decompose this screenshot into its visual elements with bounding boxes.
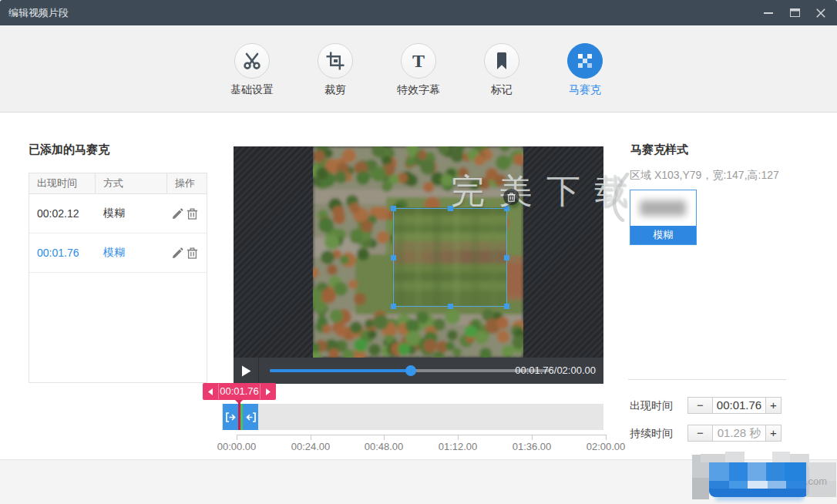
appear-time-value[interactable]: 00:01.76 [713, 398, 765, 413]
ruler-tick [311, 435, 311, 440]
tab-mark-label: 标记 [491, 83, 513, 97]
text-icon: T [408, 51, 429, 71]
ruler-tick [606, 435, 607, 440]
player-progress-track[interactable] [270, 369, 550, 372]
player-progress-fill [270, 369, 411, 372]
timeline-in-handle[interactable] [223, 404, 238, 430]
watermark-swirl [610, 173, 630, 227]
tab-mosaic-label: 马赛克 [569, 83, 601, 97]
timeline-track[interactable] [222, 404, 603, 430]
delete-icon[interactable] [187, 247, 198, 259]
selection-handle-w[interactable] [391, 255, 396, 260]
timeline-playhead[interactable] [238, 401, 240, 430]
selection-handle-nw[interactable] [391, 206, 396, 211]
ruler-label: 02:00.00 [575, 441, 637, 452]
play-button[interactable] [234, 358, 259, 384]
mosaic-table-header: 出现时间 方式 操作 [29, 173, 207, 194]
selection-handle-sw[interactable] [391, 304, 396, 309]
tool-button-circle [234, 43, 270, 79]
mosaic-selection[interactable] [393, 208, 507, 307]
duration-decrease[interactable]: − [688, 425, 713, 441]
duration-increase[interactable]: + [765, 425, 781, 441]
nudge-right-button[interactable] [261, 388, 276, 395]
row-method: 模糊 [96, 246, 167, 260]
tab-mark[interactable]: 标记 [460, 25, 543, 113]
column-header-method: 方式 [96, 173, 167, 193]
bracket-arrow-right-icon [226, 412, 236, 422]
selection-handle-n[interactable] [448, 206, 453, 211]
edit-icon[interactable] [172, 208, 183, 220]
tool-button-circle [484, 43, 519, 79]
appear-time-stepper: − 00:01.76 + [687, 397, 782, 414]
region-info: 区域 X103,Y79，宽:147,高:127 [630, 169, 779, 183]
row-method: 模糊 [96, 207, 167, 220]
tab-subtitle[interactable]: T 特效字幕 [377, 25, 460, 113]
ruler-tick [384, 435, 385, 440]
maximize-icon [790, 8, 800, 17]
duration-value[interactable]: 01.28 秒 [713, 425, 765, 441]
tab-crop[interactable]: 裁剪 [294, 25, 377, 113]
table-row[interactable]: 00:01.76 模糊 [29, 234, 207, 273]
player-time: 00:01.76/02:00.00 [515, 358, 596, 384]
ruler-tick [237, 435, 237, 440]
nudge-left-button[interactable] [203, 388, 218, 395]
trash-icon [507, 193, 516, 202]
player-bar: 00:01.76/02:00.00 [234, 358, 603, 384]
window-title: 编辑视频片段 [8, 0, 69, 25]
svg-text:T: T [412, 51, 425, 71]
appear-time-increase[interactable]: + [765, 398, 781, 413]
timeline-current-label[interactable]: 00:01.76 [203, 383, 276, 400]
player-progress-thumb[interactable] [405, 365, 416, 376]
selection-handle-s[interactable] [448, 304, 453, 309]
ruler-label: 00:24.00 [280, 441, 341, 452]
appear-time-decrease[interactable]: − [688, 398, 713, 413]
right-panel-divider [628, 379, 786, 380]
title-bar: 编辑视频片段 [0, 0, 837, 25]
mosaic-icon [578, 54, 592, 68]
duration-label: 持续时间 [630, 427, 673, 441]
mosaic-table: 出现时间 方式 操作 00:02.12 模糊 00:01.76 模糊 [29, 173, 207, 383]
tab-mosaic[interactable]: 马赛克 [543, 25, 627, 113]
ruler-tick [458, 435, 459, 440]
style-blur-sample [640, 200, 686, 216]
video-preview[interactable] [234, 146, 603, 358]
style-blur-label: 模糊 [630, 226, 696, 244]
column-header-time: 出现时间 [29, 173, 96, 193]
row-actions [167, 208, 207, 220]
row-time: 00:02.12 [29, 207, 96, 220]
timeline-ruler [237, 435, 606, 435]
selection-handle-se[interactable] [504, 304, 509, 309]
close-button[interactable] [808, 0, 834, 25]
tab-basic-settings-label: 基础设置 [230, 83, 274, 97]
tab-crop-label: 裁剪 [324, 83, 346, 97]
delete-icon[interactable] [187, 208, 198, 220]
timeline-out-handle[interactable] [243, 404, 258, 430]
ruler-label: 01:12.00 [427, 441, 489, 452]
row-time: 00:01.76 [29, 247, 96, 259]
bookmark-icon [492, 51, 512, 71]
column-header-ops: 操作 [167, 173, 207, 193]
edit-icon[interactable] [172, 247, 183, 259]
selection-delete-button[interactable] [503, 189, 519, 205]
arrow-left-icon [208, 388, 213, 395]
selection-handle-ne[interactable] [504, 206, 509, 211]
mosaic-style-card[interactable]: 模糊 [630, 190, 697, 245]
mosaic-style-title: 马赛克样式 [630, 143, 688, 157]
tab-basic-settings[interactable]: 基础设置 [210, 25, 294, 113]
bracket-arrow-left-icon [246, 412, 256, 422]
maximize-button[interactable] [782, 0, 808, 25]
toolbar-items: 基础设置 裁剪 T 特效字幕 [210, 25, 627, 113]
play-icon [241, 365, 251, 377]
timeline-current-value: 00:01.76 [218, 384, 261, 399]
tab-subtitle-label: 特效字幕 [397, 83, 440, 97]
tool-button-circle: T [401, 43, 436, 79]
toolbar: 基础设置 裁剪 T 特效字幕 [0, 25, 837, 113]
minimize-button[interactable] [755, 0, 782, 25]
added-mosaics-title: 已添加的马赛克 [29, 143, 109, 157]
duration-stepper: − 01.28 秒 + [687, 425, 782, 442]
ruler-tick [532, 435, 533, 440]
ruler-label: 00:00.00 [206, 441, 267, 452]
table-row[interactable]: 00:02.12 模糊 [29, 194, 207, 234]
selection-handle-e[interactable] [504, 255, 509, 260]
row-actions [167, 247, 207, 259]
